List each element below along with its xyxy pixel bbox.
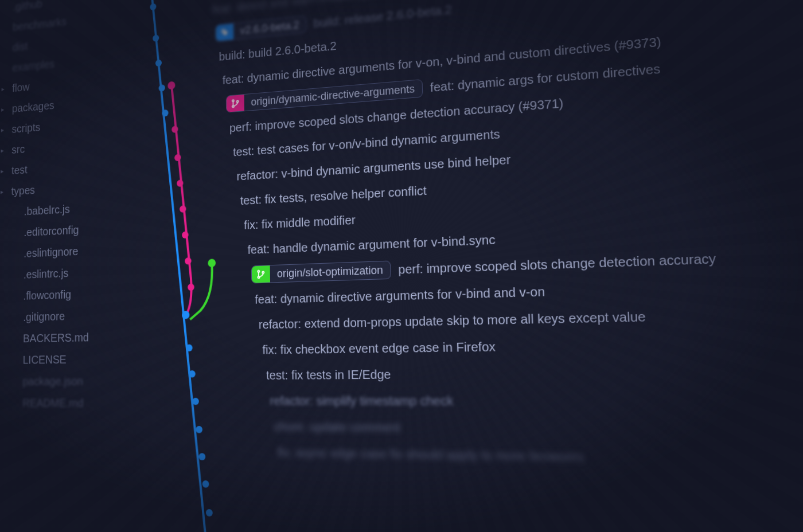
tree-item-label: .babelrc.js xyxy=(24,202,70,218)
tree-item-label: .editorconfig xyxy=(24,223,79,238)
commit-message: chore: update comment xyxy=(274,420,400,435)
svg-point-25 xyxy=(232,105,234,107)
ref-tag-branch2[interactable]: origin/slot-optimization xyxy=(251,261,391,284)
ref-tag-label: v2.6.0-beta.2 xyxy=(233,18,306,37)
commit-message: fix: async edge case fix should apply to… xyxy=(278,445,585,464)
tree-item-license[interactable]: LICENSE xyxy=(0,348,121,371)
tag-icon xyxy=(216,23,233,42)
tree-item-label: package.json xyxy=(22,374,83,388)
svg-point-28 xyxy=(258,276,259,278)
git-log-panel: build: 2.6.0-beta.2build: fix feature fl… xyxy=(121,0,803,532)
tree-item-label: .gitignore xyxy=(23,310,65,323)
svg-point-27 xyxy=(258,271,259,272)
commit-message: feat: dynamic directive arguments for v-… xyxy=(255,284,545,307)
folder-arrow-icon xyxy=(13,212,20,212)
tree-item-label: flow xyxy=(12,80,30,94)
folder-arrow-icon xyxy=(13,253,20,254)
git-branch-icon xyxy=(227,94,244,113)
folder-arrow-icon: ▸ xyxy=(1,126,8,134)
folder-arrow-icon xyxy=(2,48,9,48)
tree-item-label: .eslintignore xyxy=(24,245,78,260)
tree-item-label: src xyxy=(11,143,25,157)
commit-message: fix: fix checkbox event edge case in Fir… xyxy=(262,339,496,357)
ref-tag-label: origin/slot-optimization xyxy=(270,263,391,280)
svg-point-29 xyxy=(262,271,264,273)
tree-item-label: LICENSE xyxy=(23,353,67,366)
tree-item-label: .eslintrc.js xyxy=(24,267,68,281)
folder-arrow-icon: ▸ xyxy=(1,187,7,195)
tree-item-label: benchmarks xyxy=(13,15,67,33)
folder-arrow-icon: ▸ xyxy=(1,167,7,175)
tree-item-readme-md[interactable]: README.md xyxy=(0,392,121,414)
tree-item-label: types xyxy=(11,183,35,198)
folder-arrow-icon: ▸ xyxy=(2,85,9,93)
tree-item-label: test xyxy=(11,163,28,177)
tree-item-label: dist xyxy=(13,40,28,53)
svg-point-13 xyxy=(206,509,213,517)
tree-item-backers-md[interactable]: BACKERS.md xyxy=(0,326,121,350)
tree-item--flowconfig[interactable]: .flowconfig xyxy=(0,282,121,307)
folder-arrow-icon: ▸ xyxy=(1,146,7,154)
svg-point-26 xyxy=(237,100,239,102)
tree-item-label: packages xyxy=(12,99,54,115)
svg-point-24 xyxy=(232,100,234,101)
commit-message: perf: improve scoped slots change detect… xyxy=(398,251,716,277)
commit-message: test: fix tests, resolve helper conflict xyxy=(240,183,427,208)
git-branch-icon xyxy=(252,265,270,283)
folder-arrow-icon xyxy=(2,7,9,8)
commit-message: fix: fix middle modifier xyxy=(244,213,356,232)
folder-arrow-icon: ▸ xyxy=(1,105,8,113)
commit-row[interactable]: refactor: simplify timestamp check xyxy=(121,386,803,417)
tree-item-label: scripts xyxy=(12,120,41,135)
commit-message: test: fix tests in IE/Edge xyxy=(266,367,391,382)
folder-arrow-icon xyxy=(2,68,9,69)
tree-item-label: .flowconfig xyxy=(24,288,72,302)
commit-message: refactor: extend dom-props update skip t… xyxy=(259,309,646,331)
tree-item--gitignore[interactable]: .gitignore xyxy=(0,304,121,328)
tree-item-package-json[interactable]: package.json xyxy=(0,370,121,392)
commit-message: refactor: simplify timestamp check xyxy=(270,393,453,408)
folder-arrow-icon xyxy=(2,28,9,28)
folder-arrow-icon xyxy=(13,233,20,233)
tree-item-label: .github xyxy=(13,0,42,13)
commit-row[interactable]: fix: async edge case fix should apply to… xyxy=(121,438,803,479)
commit-message: feat: handle dynamic argument for v-bind… xyxy=(247,232,495,256)
tree-item-label: examples xyxy=(12,57,54,74)
tree-item-label: BACKERS.md xyxy=(23,331,89,345)
file-tree: .githubbenchmarksdistexamples▸flow▸packa… xyxy=(0,0,121,532)
svg-point-12 xyxy=(202,480,209,488)
tree-item-label: README.md xyxy=(22,396,83,409)
